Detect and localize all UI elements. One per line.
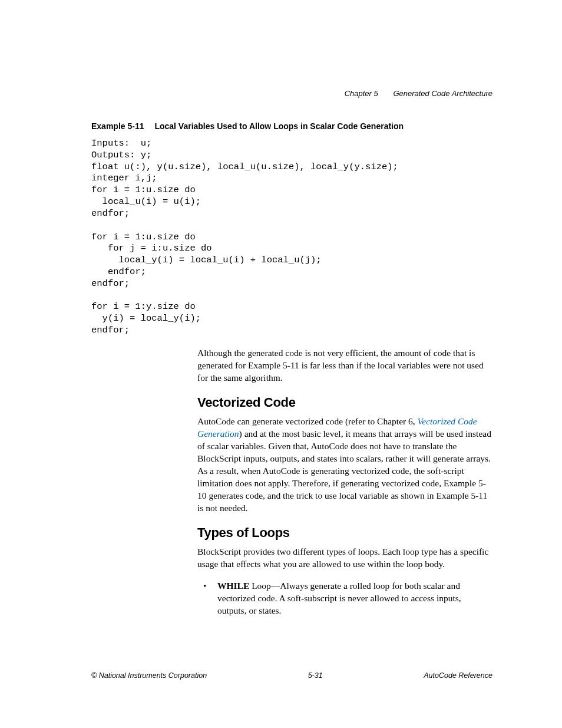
body-column: Although the generated code is not very …: [197, 347, 492, 617]
paragraph-loops-intro: BlockScript provides two different types…: [197, 546, 492, 571]
footer-right: AutoCode Reference: [424, 671, 492, 681]
page-header: Chapter 5 Generated Code Architecture: [345, 88, 492, 99]
page-footer: © National Instruments Corporation 5-31 …: [91, 671, 492, 681]
heading-vectorized-code: Vectorized Code: [197, 394, 492, 411]
example-title-text: Local Variables Used to Allow Loops in S…: [154, 121, 404, 131]
paragraph-vectorized: AutoCode can generate vectorized code (r…: [197, 416, 492, 514]
list-item: WHILE Loop—Always generate a rolled loop…: [197, 580, 492, 617]
page: Chapter 5 Generated Code Architecture Ex…: [0, 0, 562, 728]
footer-left: © National Instruments Corporation: [91, 671, 207, 681]
chapter-title: Generated Code Architecture: [393, 89, 492, 98]
example-code: Inputs: u; Outputs: y; float u(:), y(u.s…: [91, 138, 492, 337]
bullet-while-rest: Loop—Always generate a rolled loop for b…: [217, 581, 461, 615]
example-label: Example 5-11: [91, 121, 144, 131]
heading-types-of-loops: Types of Loops: [197, 524, 492, 542]
bullet-while-strong: WHILE: [217, 581, 249, 591]
loops-bullet-list: WHILE Loop—Always generate a rolled loop…: [197, 580, 492, 617]
vectorized-text-after: ) and at the most basic level, it means …: [197, 429, 491, 513]
paragraph-after-example: Although the generated code is not very …: [197, 347, 492, 384]
footer-center: 5-31: [308, 671, 323, 681]
vectorized-text-before: AutoCode can generate vectorized code (r…: [197, 416, 418, 426]
example-caption: Example 5-11 Local Variables Used to All…: [91, 121, 492, 132]
chapter-label: Chapter 5: [345, 89, 378, 98]
